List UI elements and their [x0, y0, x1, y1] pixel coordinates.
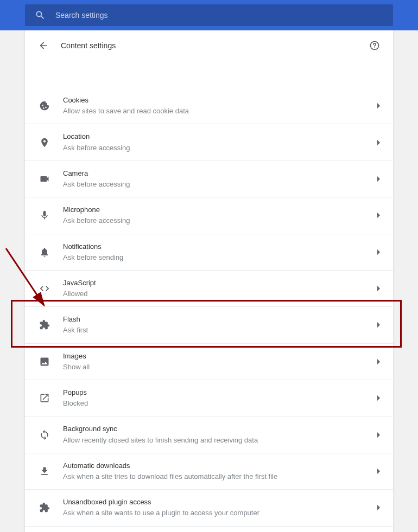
row-subtitle: Allow sites to save and read cookie data: [63, 106, 371, 116]
row-subtitle: Allow recently closed sites to finish se…: [63, 435, 371, 445]
row-title: Flash: [63, 315, 371, 324]
row-title: Microphone: [63, 205, 371, 215]
chevron-right-icon: [377, 395, 380, 401]
card-header: Content settings: [25, 30, 393, 61]
search-container[interactable]: [25, 4, 393, 26]
row-subtitle: Ask before accessing: [63, 180, 371, 189]
popup-icon: [38, 392, 51, 405]
chevron-right-icon: [377, 176, 380, 182]
chevron-right-icon: [377, 432, 380, 438]
row-title: Popups: [63, 388, 371, 398]
setting-row-notifications[interactable]: NotificationsAsk before sending: [25, 234, 393, 270]
row-subtitle: Blocked: [63, 399, 371, 408]
row-subtitle: Ask before sending: [63, 253, 371, 262]
search-icon: [35, 10, 46, 21]
row-title: Images: [63, 351, 371, 361]
setting-row-location[interactable]: LocationAsk before accessing: [25, 124, 393, 160]
setting-row-automatic-downloads[interactable]: Automatic downloadsAsk when a site tries…: [25, 453, 393, 489]
row-subtitle: Show all: [63, 362, 371, 372]
cookie-icon: [38, 99, 51, 112]
row-title: Location: [63, 132, 371, 142]
row-title: Camera: [63, 169, 371, 178]
code-icon: [38, 282, 51, 295]
chevron-right-icon: [377, 103, 380, 108]
setting-row-background-sync[interactable]: Background syncAllow recently closed sit…: [25, 416, 393, 452]
header-bar: [0, 0, 418, 30]
row-subtitle: Ask first: [63, 325, 371, 335]
page-title: Content settings: [61, 41, 357, 50]
row-title: Background sync: [63, 424, 371, 434]
setting-row-cookies[interactable]: CookiesAllow sites to save and read cook…: [25, 88, 393, 124]
plugin-icon: [38, 318, 51, 331]
setting-row-flash[interactable]: FlashAsk first: [25, 306, 393, 343]
content-card: Content settings CookiesAllow sites to s…: [25, 30, 393, 532]
image-icon: [38, 355, 51, 368]
location-icon: [38, 136, 51, 149]
row-subtitle: Ask before accessing: [63, 216, 371, 226]
row-title: JavaScript: [63, 278, 371, 288]
chevron-right-icon: [377, 359, 380, 364]
chevron-right-icon: [377, 469, 380, 474]
row-title: Notifications: [63, 242, 371, 252]
chevron-right-icon: [377, 140, 380, 145]
back-arrow-icon[interactable]: [38, 40, 49, 51]
settings-list: CookiesAllow sites to save and read cook…: [25, 88, 393, 532]
svg-point-1: [374, 47, 375, 48]
row-title: Automatic downloads: [63, 461, 371, 471]
setting-row-unsandboxed-plugin[interactable]: Unsandboxed plugin accessAsk when a site…: [25, 489, 393, 525]
row-title: Cookies: [63, 95, 371, 105]
chevron-right-icon: [377, 322, 380, 328]
microphone-icon: [38, 209, 51, 222]
setting-row-popups[interactable]: PopupsBlocked: [25, 380, 393, 416]
download-icon: [38, 465, 51, 478]
chevron-right-icon: [377, 213, 380, 218]
row-subtitle: Allowed: [63, 289, 371, 299]
camera-icon: [38, 172, 51, 185]
help-icon[interactable]: [369, 40, 380, 51]
row-subtitle: Ask when a site wants to use a plugin to…: [63, 508, 371, 518]
search-input[interactable]: [55, 11, 383, 20]
setting-row-images[interactable]: ImagesShow all: [25, 343, 393, 380]
plugin-icon: [38, 501, 51, 514]
setting-row-microphone[interactable]: MicrophoneAsk before accessing: [25, 197, 393, 233]
row-subtitle: Ask before accessing: [63, 143, 371, 153]
sync-icon: [38, 428, 51, 441]
setting-row-camera[interactable]: CameraAsk before accessing: [25, 161, 393, 197]
row-title: Unsandboxed plugin access: [63, 497, 371, 507]
bell-icon: [38, 246, 51, 259]
chevron-right-icon: [377, 505, 380, 510]
row-subtitle: Ask when a site tries to download files …: [63, 472, 371, 482]
chevron-right-icon: [377, 249, 380, 255]
setting-row-handlers[interactable]: HandlersAllow sites to ask to become def…: [25, 526, 393, 533]
chevron-right-icon: [377, 286, 380, 291]
setting-row-javascript[interactable]: JavaScriptAllowed: [25, 270, 393, 306]
